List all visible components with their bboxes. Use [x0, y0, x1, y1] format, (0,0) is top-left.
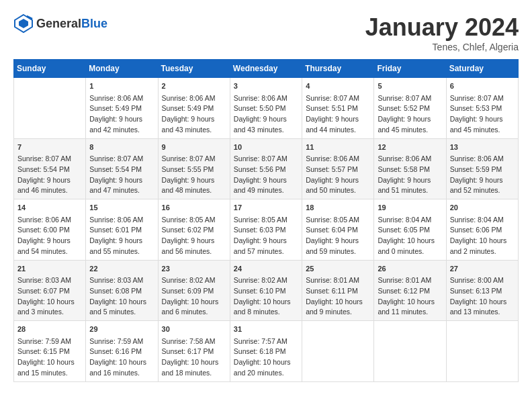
week-row-5: 28Sunrise: 7:59 AM Sunset: 6:15 PM Dayli…: [14, 321, 519, 382]
day-cell: 27Sunrise: 8:00 AM Sunset: 6:13 PM Dayli…: [446, 260, 518, 321]
day-cell: 17Sunrise: 8:05 AM Sunset: 6:03 PM Dayli…: [230, 199, 302, 261]
logo: General Blue: [13, 13, 107, 34]
day-number: 16: [162, 202, 226, 214]
day-content: Sunrise: 8:03 AM Sunset: 6:08 PM Dayligh…: [89, 275, 154, 318]
day-number: 23: [162, 263, 226, 275]
week-row-1: 1Sunrise: 8:06 AM Sunset: 5:49 PM Daylig…: [14, 78, 519, 139]
header-day-thursday: Thursday: [302, 60, 374, 78]
day-cell: 7Sunrise: 8:07 AM Sunset: 5:54 PM Daylig…: [14, 138, 86, 199]
subtitle: Tenes, Chlef, Algeria: [365, 42, 519, 52]
day-content: Sunrise: 8:07 AM Sunset: 5:52 PM Dayligh…: [378, 93, 442, 136]
day-number: 22: [89, 263, 154, 275]
day-cell: 12Sunrise: 8:06 AM Sunset: 5:58 PM Dayli…: [374, 138, 446, 199]
day-number: 27: [450, 263, 515, 275]
day-number: 4: [306, 81, 370, 92]
day-content: Sunrise: 7:59 AM Sunset: 6:16 PM Dayligh…: [89, 336, 154, 379]
week-row-3: 14Sunrise: 8:06 AM Sunset: 6:00 PM Dayli…: [14, 199, 519, 261]
day-cell: 30Sunrise: 7:58 AM Sunset: 6:17 PM Dayli…: [158, 321, 230, 382]
day-number: 26: [378, 263, 442, 275]
day-cell: 10Sunrise: 8:07 AM Sunset: 5:56 PM Dayli…: [230, 138, 302, 199]
day-cell: 9Sunrise: 8:07 AM Sunset: 5:55 PM Daylig…: [158, 138, 230, 199]
day-content: Sunrise: 8:03 AM Sunset: 6:07 PM Dayligh…: [17, 275, 82, 318]
day-content: Sunrise: 8:06 AM Sunset: 6:01 PM Dayligh…: [89, 215, 154, 257]
header-day-tuesday: Tuesday: [158, 60, 230, 78]
day-cell: 1Sunrise: 8:06 AM Sunset: 5:49 PM Daylig…: [86, 78, 158, 139]
day-content: Sunrise: 8:05 AM Sunset: 6:02 PM Dayligh…: [162, 215, 226, 257]
day-cell: 15Sunrise: 8:06 AM Sunset: 6:01 PM Dayli…: [86, 199, 158, 261]
day-content: Sunrise: 8:06 AM Sunset: 5:59 PM Dayligh…: [450, 154, 515, 196]
day-cell: 24Sunrise: 8:02 AM Sunset: 6:10 PM Dayli…: [230, 260, 302, 321]
day-number: 20: [450, 202, 515, 214]
day-content: Sunrise: 8:05 AM Sunset: 6:03 PM Dayligh…: [234, 215, 298, 257]
day-content: Sunrise: 8:06 AM Sunset: 6:00 PM Dayligh…: [17, 215, 82, 257]
day-cell: [302, 321, 374, 382]
day-number: 21: [17, 263, 82, 275]
day-cell: 19Sunrise: 8:04 AM Sunset: 6:05 PM Dayli…: [374, 199, 446, 261]
day-content: Sunrise: 8:07 AM Sunset: 5:53 PM Dayligh…: [450, 93, 515, 136]
day-content: Sunrise: 8:04 AM Sunset: 6:06 PM Dayligh…: [450, 215, 515, 257]
day-number: 28: [17, 324, 82, 335]
day-number: 18: [306, 202, 370, 214]
day-cell: 8Sunrise: 8:07 AM Sunset: 5:54 PM Daylig…: [86, 138, 158, 199]
day-content: Sunrise: 8:07 AM Sunset: 5:51 PM Dayligh…: [306, 93, 370, 136]
calendar-table: SundayMondayTuesdayWednesdayThursdayFrid…: [13, 59, 519, 382]
day-cell: [374, 321, 446, 382]
day-cell: 6Sunrise: 8:07 AM Sunset: 5:53 PM Daylig…: [446, 78, 518, 139]
day-cell: 11Sunrise: 8:06 AM Sunset: 5:57 PM Dayli…: [302, 138, 374, 199]
day-cell: 28Sunrise: 7:59 AM Sunset: 6:15 PM Dayli…: [14, 321, 86, 382]
day-cell: 29Sunrise: 7:59 AM Sunset: 6:16 PM Dayli…: [86, 321, 158, 382]
header-day-friday: Friday: [374, 60, 446, 78]
day-cell: 23Sunrise: 8:02 AM Sunset: 6:09 PM Dayli…: [158, 260, 230, 321]
day-content: Sunrise: 7:58 AM Sunset: 6:17 PM Dayligh…: [162, 336, 226, 379]
day-content: Sunrise: 8:07 AM Sunset: 5:55 PM Dayligh…: [162, 154, 226, 196]
day-cell: 18Sunrise: 8:05 AM Sunset: 6:04 PM Dayli…: [302, 199, 374, 261]
day-cell: 26Sunrise: 8:01 AM Sunset: 6:12 PM Dayli…: [374, 260, 446, 321]
day-content: Sunrise: 8:05 AM Sunset: 6:04 PM Dayligh…: [306, 215, 370, 257]
day-cell: [446, 321, 518, 382]
day-content: Sunrise: 8:04 AM Sunset: 6:05 PM Dayligh…: [378, 215, 442, 257]
logo-general-text: General: [36, 17, 81, 31]
day-number: 12: [378, 142, 442, 153]
day-number: 25: [306, 263, 370, 275]
day-content: Sunrise: 8:06 AM Sunset: 5:49 PM Dayligh…: [162, 93, 226, 136]
header-row: SundayMondayTuesdayWednesdayThursdayFrid…: [14, 60, 519, 78]
day-cell: [14, 78, 86, 139]
week-row-2: 7Sunrise: 8:07 AM Sunset: 5:54 PM Daylig…: [14, 138, 519, 199]
day-cell: 21Sunrise: 8:03 AM Sunset: 6:07 PM Dayli…: [14, 260, 86, 321]
day-content: Sunrise: 8:07 AM Sunset: 5:54 PM Dayligh…: [17, 154, 82, 196]
header-day-monday: Monday: [86, 60, 158, 78]
day-cell: 25Sunrise: 8:01 AM Sunset: 6:11 PM Dayli…: [302, 260, 374, 321]
day-number: 14: [17, 202, 82, 214]
day-cell: 13Sunrise: 8:06 AM Sunset: 5:59 PM Dayli…: [446, 138, 518, 199]
day-content: Sunrise: 8:06 AM Sunset: 5:57 PM Dayligh…: [306, 154, 370, 196]
day-number: 2: [162, 81, 226, 92]
day-content: Sunrise: 8:06 AM Sunset: 5:49 PM Dayligh…: [89, 93, 154, 136]
day-content: Sunrise: 8:02 AM Sunset: 6:10 PM Dayligh…: [234, 275, 298, 318]
day-cell: 5Sunrise: 8:07 AM Sunset: 5:52 PM Daylig…: [374, 78, 446, 139]
main-title: January 2024: [365, 13, 519, 42]
day-number: 11: [306, 142, 370, 153]
day-number: 9: [162, 142, 226, 153]
day-content: Sunrise: 8:01 AM Sunset: 6:11 PM Dayligh…: [306, 275, 370, 318]
day-content: Sunrise: 8:02 AM Sunset: 6:09 PM Dayligh…: [162, 275, 226, 318]
day-number: 13: [450, 142, 515, 153]
header-day-saturday: Saturday: [446, 60, 518, 78]
day-number: 24: [234, 263, 298, 275]
day-number: 8: [89, 142, 154, 153]
day-content: Sunrise: 7:57 AM Sunset: 6:18 PM Dayligh…: [234, 336, 298, 379]
logo-blue-text: Blue: [81, 17, 107, 31]
day-cell: 22Sunrise: 8:03 AM Sunset: 6:08 PM Dayli…: [86, 260, 158, 321]
day-cell: 14Sunrise: 8:06 AM Sunset: 6:00 PM Dayli…: [14, 199, 86, 261]
title-section: January 2024 Tenes, Chlef, Algeria: [365, 13, 519, 52]
day-cell: 4Sunrise: 8:07 AM Sunset: 5:51 PM Daylig…: [302, 78, 374, 139]
day-number: 31: [234, 324, 298, 335]
day-number: 19: [378, 202, 442, 214]
day-content: Sunrise: 7:59 AM Sunset: 6:15 PM Dayligh…: [17, 336, 82, 379]
header-day-sunday: Sunday: [14, 60, 86, 78]
header-day-wednesday: Wednesday: [230, 60, 302, 78]
day-cell: 16Sunrise: 8:05 AM Sunset: 6:02 PM Dayli…: [158, 199, 230, 261]
day-number: 15: [89, 202, 154, 214]
day-cell: 3Sunrise: 8:06 AM Sunset: 5:50 PM Daylig…: [230, 78, 302, 139]
day-number: 1: [89, 81, 154, 92]
day-number: 30: [162, 324, 226, 335]
